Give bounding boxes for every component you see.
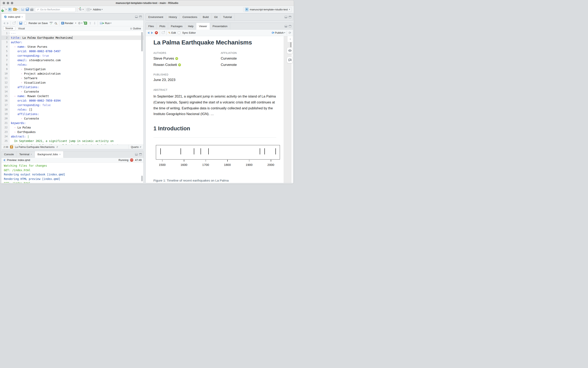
code-line[interactable]: 17 corresponding: false — [1, 103, 143, 107]
new-project-button[interactable]: R — [8, 8, 12, 11]
editor-scrollbar[interactable] — [141, 32, 143, 51]
tab-presentation[interactable]: Presentation — [210, 23, 230, 29]
code-line[interactable]: 15 - name: Rowan Cockett — [1, 94, 143, 98]
viewer-content[interactable]: La Palma Earthquake Mechanisms AUTHORS A… — [146, 36, 293, 183]
console-scrollbar[interactable] — [141, 176, 143, 181]
tab-terminal[interactable]: Terminal× — [17, 151, 35, 157]
code-line[interactable]: 19 affiliations: — [1, 112, 143, 116]
code-line[interactable]: 22 - La Palma — [1, 125, 143, 130]
zoom-window-button[interactable] — [11, 2, 13, 4]
render-settings-button[interactable]: ⚙▾ — [78, 21, 82, 25]
visual-mode-button[interactable]: Visual — [16, 27, 27, 30]
back-icon[interactable] — [3, 159, 5, 161]
visibility-button[interactable] — [287, 47, 293, 54]
code-line[interactable]: 2title: La Palma Earthquake Mechanisms — [1, 36, 143, 40]
code-line[interactable]: 14 - Curvenote — [1, 89, 143, 94]
back-icon[interactable] — [3, 22, 5, 25]
code-line[interactable]: 9 - Investigation — [1, 67, 143, 71]
caret-down-icon[interactable]: ▾ — [83, 9, 84, 10]
minimize-pane-icon[interactable] — [135, 16, 138, 18]
code-line[interactable]: 3author: — [1, 40, 143, 45]
code-line[interactable]: 12 - Visualization — [1, 80, 143, 85]
save-icon[interactable] — [19, 22, 22, 25]
tab-console[interactable]: Console — [1, 151, 17, 157]
save-all-button[interactable] — [26, 8, 29, 11]
caret-down-icon[interactable]: ▾ — [6, 9, 7, 10]
job-output[interactable]: Watching files for changesGET: /index.ht… — [1, 163, 143, 183]
caret-down-icon[interactable]: ▾ — [91, 9, 92, 10]
tab-history[interactable]: History — [166, 14, 180, 20]
code-line[interactable]: 23 - Earthquakes — [1, 130, 143, 134]
code-line[interactable]: 1▾--- — [1, 31, 143, 36]
code-line[interactable]: 20 - Curvenote — [1, 116, 143, 121]
forward-icon[interactable] — [7, 22, 9, 25]
version-control-button[interactable]: G▾ — [79, 8, 84, 11]
popout-icon[interactable] — [162, 32, 165, 34]
sync-editor-checkbox[interactable] — [178, 31, 180, 34]
annotate-button[interactable] — [287, 57, 293, 63]
code-editor[interactable]: 1▾---2title: La Palma Earthquake Mechani… — [1, 31, 143, 145]
tab-plots[interactable]: Plots — [157, 23, 168, 29]
maximize-pane-icon[interactable] — [139, 153, 142, 156]
close-window-button[interactable] — [3, 2, 5, 4]
source-mode-button[interactable]: Source — [3, 27, 15, 30]
run-previous-icon[interactable]: ⇧ — [89, 21, 92, 25]
run-next-icon[interactable]: ⇩ — [93, 21, 96, 25]
outline-button[interactable]: ≣ Outline — [130, 27, 142, 30]
code-line[interactable]: 18 roles: [] — [1, 107, 143, 112]
insert-chunk-button[interactable]: C — [84, 22, 87, 25]
code-line[interactable]: 13 affiliations: — [1, 85, 143, 89]
code-line[interactable]: 25 In September 2021, a significant jump… — [1, 139, 143, 143]
editor-tab-index-qmd[interactable]: index.qmd × — [1, 14, 26, 20]
print-button[interactable] — [30, 8, 33, 11]
spellcheck-icon[interactable]: ABC✓ — [50, 22, 53, 25]
code-line[interactable]: 21keywords: — [1, 121, 143, 125]
open-file-button[interactable]: ▾ — [13, 8, 18, 11]
code-line[interactable]: 7 email: steve@curvenote.com — [1, 58, 143, 62]
new-file-button[interactable]: +▾ — [2, 8, 7, 11]
code-line[interactable]: the island of La Palma (Canary Islands, … — [1, 143, 143, 145]
clear-viewer-icon[interactable]: ✕ — [155, 31, 158, 34]
code-line[interactable]: 4 - name: Steve Purves — [1, 45, 143, 49]
workspace-panes-button[interactable]: ▾ — [87, 8, 92, 11]
goto-file-input[interactable] — [40, 8, 71, 11]
render-button[interactable]: Render — [61, 22, 74, 25]
close-icon[interactable]: × — [59, 153, 61, 156]
caret-down-icon[interactable]: ▾ — [17, 9, 18, 10]
maximize-pane-icon[interactable] — [289, 16, 291, 18]
edit-button[interactable]: ✎ Edit — [168, 31, 176, 35]
fold-caret-icon[interactable]: ▾ — [9, 31, 9, 36]
maximize-pane-icon[interactable] — [289, 25, 291, 27]
code-line[interactable]: 6 corresponding: true — [1, 54, 143, 58]
tab-git[interactable]: Git — [211, 14, 220, 20]
addins-button[interactable]: Addins▾ — [93, 8, 102, 11]
publish-button[interactable]: ⟳ Publish ▾ — [272, 31, 285, 35]
code-line[interactable]: 8 roles: — [1, 62, 143, 67]
orcid-icon[interactable]: iD — [178, 64, 181, 66]
maximize-pane-icon[interactable] — [139, 16, 142, 18]
close-icon[interactable]: × — [21, 16, 23, 18]
stop-job-button[interactable]: STOP — [130, 158, 133, 162]
search-icon[interactable] — [55, 22, 57, 24]
code-line[interactable]: 11 - Software — [1, 76, 143, 80]
symbol-navigator[interactable]: La Palma Earthquake Mechanisms — [15, 146, 55, 148]
forward-icon[interactable] — [151, 32, 153, 34]
popout-icon[interactable] — [13, 22, 15, 24]
refresh-icon[interactable]: ⟳ — [288, 31, 291, 35]
goto-file-box[interactable]: ➚ — [35, 7, 76, 12]
tab-help[interactable]: Help — [185, 23, 196, 29]
minimize-pane-icon[interactable] — [285, 16, 287, 18]
tab-background-jobs[interactable]: Background Jobs× — [35, 151, 64, 158]
close-icon[interactable]: × — [31, 153, 32, 156]
code-line[interactable]: 10 - Project administration — [1, 71, 143, 76]
caret-down-icon[interactable]: ▾ — [75, 22, 76, 24]
minimize-window-button[interactable] — [7, 2, 9, 4]
code-line[interactable]: 24abstract: | — [1, 134, 143, 139]
tab-viewer[interactable]: Viewer — [196, 23, 210, 30]
collapse-margin-button[interactable]: ‹ — [287, 36, 293, 42]
render-on-save-checkbox[interactable] — [24, 22, 27, 25]
orcid-icon[interactable]: iD — [175, 57, 178, 60]
tab-environment[interactable]: Environment — [146, 14, 166, 20]
tab-files[interactable]: Files — [146, 23, 157, 29]
tab-connections[interactable]: Connections — [180, 14, 200, 20]
